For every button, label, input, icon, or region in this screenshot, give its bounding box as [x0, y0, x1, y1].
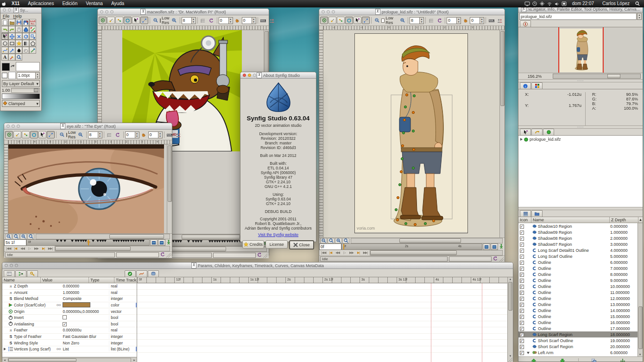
tool-smooth-move-button[interactable]: [8, 33, 15, 40]
decrease-quality-button[interactable]: [373, 17, 381, 24]
layer-row[interactable]: ✓ Long Scarf Region 18.000000: [518, 331, 643, 337]
future-onion-spinner[interactable]: 0▲▼: [242, 17, 256, 24]
param-value[interactable]: Fast Gaussian Blur: [63, 334, 96, 339]
layer-visible-checkbox[interactable]: ✓: [520, 339, 524, 343]
stop-render-icon[interactable]: [160, 252, 165, 257]
minimize-button[interactable]: [12, 125, 15, 128]
layers-col-icon[interactable]: Icon: [518, 217, 531, 223]
layers-col-zdepth[interactable]: Z Depth: [610, 217, 638, 223]
layer-visible-checkbox[interactable]: ✓: [520, 225, 524, 229]
edit-clean-button[interactable]: [15, 26, 22, 33]
layer-row[interactable]: ✓ Outline 12.000000: [518, 295, 643, 301]
timetrack-ruler[interactable]: 0f12f1s1s 12f2s2s 12f3s3s 12f4s4s 12f: [137, 277, 507, 283]
layer-visible-checkbox[interactable]: ✓: [520, 243, 524, 247]
layer-visible-checkbox[interactable]: ✓: [520, 231, 524, 235]
param-row[interactable]: Antialiasing ✓ bool: [2, 321, 137, 328]
toggle-vertex-ducks[interactable]: [328, 17, 336, 24]
minimize-button[interactable]: [8, 8, 11, 12]
params-hscrollbar[interactable]: [8, 358, 131, 362]
layer-visible-checkbox[interactable]: ✓: [520, 285, 524, 289]
render-button[interactable]: [259, 17, 267, 24]
zoom-button[interactable]: [15, 264, 18, 267]
tool-scale-button[interactable]: [29, 33, 36, 40]
param-row[interactable]: S Winding Style Non Zero integer: [2, 340, 137, 346]
tool-text-button[interactable]: A: [1, 54, 8, 61]
tool-zoom-button[interactable]: [15, 54, 22, 61]
keyframe-mark[interactable]: [179, 240, 182, 243]
keyframe-mark[interactable]: [200, 240, 202, 243]
decrease-quality-button[interactable]: [152, 17, 159, 24]
toggle-tangent-ducks[interactable]: [22, 131, 30, 138]
tab-canvas-browser[interactable]: [543, 129, 554, 135]
menubar-item-edición[interactable]: Edición: [58, 0, 82, 7]
layer-visible-checkbox[interactable]: ✓: [520, 261, 524, 265]
seek-next-keyframe-button[interactable]: ▶|: [40, 247, 47, 250]
toggle-position-ducks[interactable]: [320, 17, 328, 24]
window-panels[interactable]: X Navigator, Info, Palette Editor, Tool …: [518, 6, 643, 362]
layer-row[interactable]: ✓ Outline 15.000000: [518, 313, 643, 319]
toggle-angle-ducks[interactable]: [362, 17, 370, 24]
close-button[interactable]: [322, 10, 325, 13]
minimize-button[interactable]: [248, 74, 251, 77]
toggle-angle-ducks[interactable]: [47, 131, 55, 138]
titlebar[interactable]: X macwolfen.sifz : "Dr. MacWolfen PI" (R…: [98, 9, 269, 15]
param-value[interactable]: Composite: [63, 296, 82, 301]
opacity-slider[interactable]: [11, 88, 40, 93]
time-hscrollbar[interactable]: [55, 246, 170, 251]
synfig-website-link[interactable]: Visit the Synfig website: [258, 232, 298, 237]
tab-params[interactable]: [4, 270, 15, 277]
toggle-width-ducks[interactable]: [38, 131, 46, 138]
raise-layer-button[interactable]: Raise Layer: [519, 357, 548, 362]
seek-end-button[interactable]: ▶▶|: [47, 247, 54, 250]
zoom-button[interactable]: [17, 125, 20, 128]
future-onion-spinner[interactable]: 0▲▼: [470, 17, 484, 24]
bg-color-swatch[interactable]: [2, 73, 7, 78]
layer-visible-checkbox[interactable]: ✓: [520, 273, 524, 277]
edit-workspace-button[interactable]: [29, 26, 36, 33]
layer-row[interactable]: ✓ Short Scarf Outline 19.000000: [518, 337, 643, 343]
toggle-radius-ducks[interactable]: [30, 131, 38, 138]
tab-layers[interactable]: [520, 210, 531, 217]
seek-prev-keyframe-button[interactable]: |◀: [12, 247, 19, 250]
layer-row[interactable]: ✓ Outline 14.000000: [518, 307, 643, 313]
layer-row[interactable]: ✓ Left Arm 6.000000: [518, 350, 643, 356]
grid-toggle-button[interactable]: [199, 17, 207, 24]
param-value[interactable]: 0.000000: [63, 284, 79, 288]
layer-visible-checkbox[interactable]: ✓: [520, 327, 524, 331]
future-onion-spinner[interactable]: 0▲▼: [148, 131, 163, 138]
menubar-item-ayuda[interactable]: Ayuda: [107, 0, 128, 7]
zoom-in-icon[interactable]: [335, 238, 342, 243]
interpolation-dropdown[interactable]: Clamped▾: [2, 100, 40, 107]
tool-gradient-button[interactable]: [22, 40, 29, 47]
titlebar[interactable]: X Params, Children, Keyframes, Timetrack…: [2, 262, 513, 269]
window-controls[interactable]: [521, 7, 534, 11]
titlebar[interactable]: X eye.sifz : "The Eye" (Root): [4, 123, 172, 130]
refresh-button[interactable]: [436, 17, 443, 24]
menubar-item-ventana[interactable]: Ventana: [82, 0, 107, 7]
default-blend-dropdown[interactable]: By Layer Default▾: [2, 80, 40, 87]
layer-visible-checkbox[interactable]: ✓: [520, 237, 524, 241]
keyframe-mark[interactable]: [60, 240, 63, 242]
play-button[interactable]: ▷: [341, 251, 348, 255]
onion-skin-toggle[interactable]: [461, 17, 469, 24]
future-keyframe-lock[interactable]: [158, 239, 165, 246]
increase-quality-button[interactable]: [398, 17, 406, 24]
keyframe-mark[interactable]: [142, 240, 145, 242]
param-row[interactable]: π Amount 1.000000 real: [2, 290, 137, 296]
tool-rectangle-button[interactable]: [8, 40, 15, 47]
tool-brush-button[interactable]: [8, 54, 15, 61]
onion-skin-toggle[interactable]: [234, 17, 241, 24]
edit-undo-button[interactable]: [1, 26, 8, 33]
param-checkbox[interactable]: [63, 315, 67, 319]
layer-visible-checkbox[interactable]: ✓: [520, 309, 524, 313]
titlebar[interactable]: X Sy...: [0, 7, 41, 13]
tab-info[interactable]: i: [520, 82, 531, 89]
params-list[interactable]: π Z Depth 0.000000 real π Amount 1.00000…: [2, 283, 137, 357]
params-col-timetrack[interactable]: Time Track: [114, 277, 137, 283]
spotlight-icon[interactable]: [634, 0, 641, 7]
file-menu[interactable]: File: [3, 14, 10, 19]
increase-quality-button[interactable]: [77, 131, 85, 138]
encapsulate-button[interactable]: Encapsulate: [608, 357, 637, 362]
keyframe-mark[interactable]: [63, 240, 66, 242]
seek-prev-frame-button[interactable]: ◀◀: [334, 251, 341, 255]
